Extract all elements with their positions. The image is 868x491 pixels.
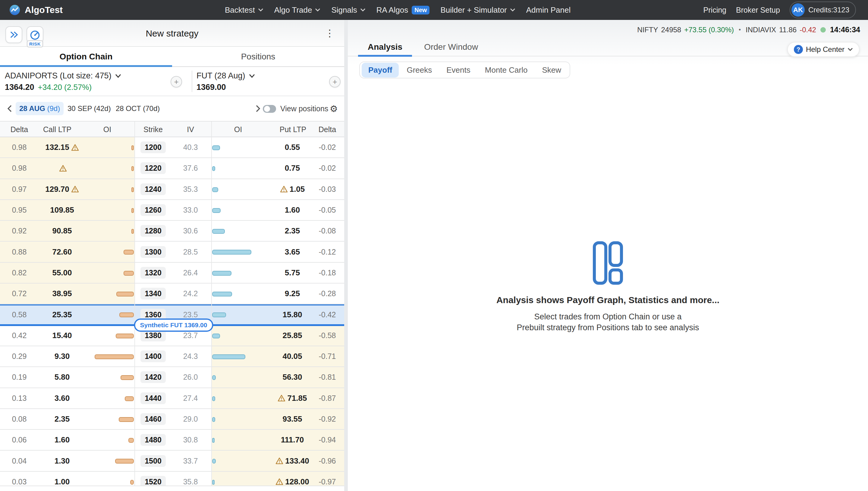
put-delta: -0.96 (309, 451, 344, 471)
instrument-row: ADANIPORTS (Lot size: 475) 1364.20 +34.2… (0, 67, 344, 96)
help-center-button[interactable]: ? Help Center (787, 42, 860, 57)
call-ltp[interactable]: 129.70 (35, 179, 89, 199)
warning-icon (59, 165, 67, 172)
strike-cell: 1420 (135, 367, 171, 387)
subtab-events[interactable]: Events (440, 63, 477, 78)
call-ltp[interactable] (35, 158, 89, 178)
subtab-monte-carlo[interactable]: Monte Carlo (478, 63, 534, 78)
brand[interactable]: AlgoTest (10, 0, 63, 20)
view-positions-toggle[interactable] (263, 105, 276, 113)
option-row-1320[interactable]: 0.8255.00132026.45.75-0.18 (0, 263, 344, 284)
call-ltp[interactable]: 72.60 (35, 241, 89, 262)
credits-pill[interactable]: AK Credits:3123 (789, 1, 856, 19)
kebab-menu-icon[interactable]: ⋮ (325, 27, 335, 40)
synthetic-fut-tooltip: Synthetic FUT 1369.00 (134, 318, 213, 332)
call-ltp[interactable]: 1.00 (35, 472, 89, 486)
call-ltp[interactable]: 5.80 (35, 367, 89, 387)
new-badge: New (412, 6, 430, 15)
chevron-right-icon[interactable] (255, 105, 260, 112)
call-oi-bar (121, 375, 134, 380)
nav-ra-algos[interactable]: RA AlgosNew (376, 5, 430, 15)
option-row-1240[interactable]: 0.97129.70124035.31.05-0.03 (0, 179, 344, 200)
option-row-1400[interactable]: 0.299.30140024.340.05-0.71 (0, 346, 344, 367)
instrument-select[interactable]: ADANIPORTS (Lot size: 475) (5, 71, 121, 81)
call-delta: 0.88 (5, 241, 34, 262)
option-row-1340[interactable]: 0.7238.95134024.29.25-0.28 (0, 284, 344, 304)
subtab-skew[interactable]: Skew (535, 63, 568, 78)
call-oi-bar (130, 480, 134, 485)
call-ltp[interactable]: 90.85 (35, 221, 89, 241)
call-delta: 0.13 (5, 388, 34, 408)
put-delta: -0.02 (309, 158, 344, 178)
call-ltp[interactable]: 15.40 (35, 325, 89, 346)
iv-cell: 30.6 (173, 221, 209, 241)
iv-cell: 33.7 (173, 451, 209, 471)
call-delta: 0.06 (5, 430, 34, 450)
call-ltp[interactable]: 2.35 (35, 409, 89, 429)
call-delta: 0.97 (5, 179, 34, 199)
put-oi-bar (212, 438, 215, 443)
tab-order-window[interactable]: Order Window (414, 38, 488, 56)
call-ltp[interactable]: 1.60 (35, 430, 89, 450)
nav-signals[interactable]: Signals (331, 5, 365, 15)
option-row-1260[interactable]: 0.95109.85126033.01.60-0.05 (0, 200, 344, 221)
market-ticker: NIFTY 24958 +73.55 (0.30%) • INDIAVIX 11… (637, 25, 860, 34)
expiry-30sep[interactable]: 30 SEP (42d) (67, 104, 111, 113)
call-ltp[interactable]: 109.85 (35, 200, 89, 220)
option-row-1520[interactable]: 0.031.00152035.8128.00-0.97 (0, 472, 344, 486)
add-future-button[interactable]: + (329, 76, 341, 87)
call-ltp[interactable]: 55.00 (35, 263, 89, 283)
subtab-greeks[interactable]: Greeks (400, 63, 438, 78)
option-row-1280[interactable]: 0.9290.85128030.62.35-0.08 (0, 221, 344, 241)
nav-admin-panel[interactable]: Admin Panel (526, 5, 570, 15)
option-row-1220[interactable]: 0.98122037.60.75-0.02 (0, 158, 344, 179)
put-oi-bar (212, 187, 218, 192)
option-row-1460[interactable]: 0.082.35146029.093.55-0.92 (0, 409, 344, 430)
call-ltp[interactable]: 9.30 (35, 346, 89, 367)
nav-builder-simulator[interactable]: Builder + Simulator (440, 5, 515, 15)
expiry-28aug[interactable]: 28 AUG (9d) (16, 102, 64, 115)
option-row-1440[interactable]: 0.133.60144027.471.85-0.87 (0, 388, 344, 409)
call-ltp[interactable]: 132.15 (35, 137, 89, 157)
gear-icon[interactable]: ⚙ (330, 104, 338, 114)
nav-algo-trade[interactable]: Algo Trade (274, 5, 321, 15)
option-row-1480[interactable]: 0.061.60148030.8111.70-0.94 (0, 430, 344, 451)
call-oi-bar (124, 250, 134, 255)
expiry-row: 28 AUG (9d) 30 SEP (42d) 28 OCT (70d) Vi… (0, 96, 344, 121)
option-row-1500[interactable]: 0.041.30150033.7133.40-0.96 (0, 451, 344, 471)
call-ltp[interactable]: 38.95 (35, 284, 89, 304)
call-oi-bar (128, 438, 134, 443)
add-instrument-button[interactable]: + (170, 76, 182, 87)
strike-cell: 1200 (135, 137, 171, 157)
tab-option-chain[interactable]: Option Chain (0, 47, 172, 66)
put-delta: -0.92 (309, 409, 344, 429)
put-oi-bar (212, 354, 245, 359)
clock: 14:46:34 (830, 25, 860, 34)
expiry-28oct[interactable]: 28 OCT (70d) (116, 104, 160, 113)
nav-pricing[interactable]: Pricing (704, 6, 726, 15)
analysis-placeholder-icon (593, 241, 623, 285)
option-row-1300[interactable]: 0.8872.60130028.53.65-0.12 (0, 241, 344, 262)
call-ltp[interactable]: 25.35 (35, 304, 89, 324)
tab-positions[interactable]: Positions (172, 47, 344, 66)
iv-cell: 26.0 (173, 367, 209, 387)
call-delta: 0.04 (5, 451, 34, 471)
nav-backtest[interactable]: Backtest (225, 5, 264, 15)
chevron-down-icon (249, 74, 255, 78)
chevron-left-icon[interactable] (7, 105, 12, 112)
option-chain-body: 0.98132.15120040.30.55-0.020.98122037.60… (0, 137, 344, 486)
call-delta: 0.08 (5, 409, 34, 429)
option-chain-header: Delta Call LTP OI Strike IV OI Put LTP D… (0, 121, 344, 137)
option-row-1420[interactable]: 0.195.80142026.056.30-0.81 (0, 367, 344, 388)
call-ltp[interactable]: 1.30 (35, 451, 89, 471)
strike-cell: 1260 (135, 200, 171, 220)
tab-analysis[interactable]: Analysis (358, 38, 412, 56)
call-delta: 0.98 (5, 158, 34, 178)
nav-broker-setup[interactable]: Broker Setup (736, 6, 780, 15)
option-row-1200[interactable]: 0.98132.15120040.30.55-0.02 (0, 137, 344, 158)
iv-cell: 29.0 (173, 409, 209, 429)
subtab-payoff[interactable]: Payoff (362, 63, 399, 78)
call-ltp[interactable]: 3.60 (35, 388, 89, 408)
future-select[interactable]: FUT (28 Aug) (196, 71, 255, 81)
call-oi-bar (115, 459, 134, 464)
